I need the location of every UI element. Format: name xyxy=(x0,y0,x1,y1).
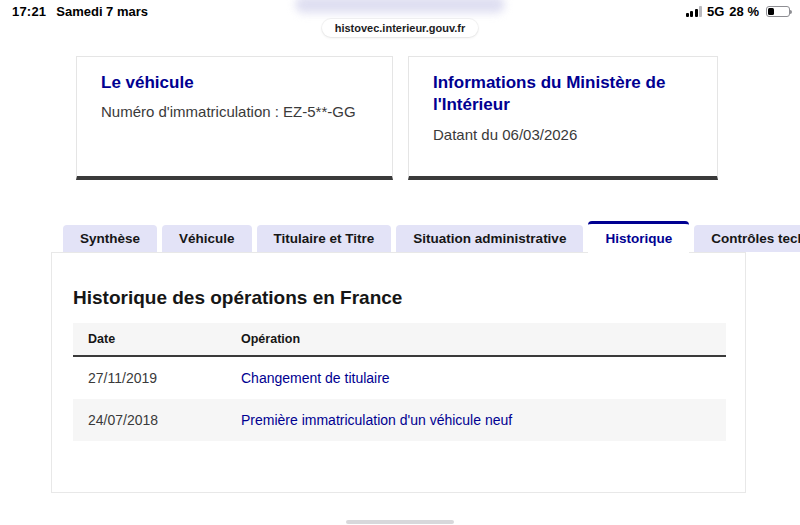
registration-number-text: Numéro d'immatriculation : EZ-5**-GG xyxy=(101,103,368,120)
clock: 17:21 xyxy=(12,4,46,19)
battery-percent-label: 28 % xyxy=(729,4,759,19)
tab-titulaire-et-titre[interactable]: Titulaire et Titre xyxy=(257,225,392,252)
panel-heading: Historique des opérations en France xyxy=(73,287,745,309)
operation-link[interactable]: Changement de titulaire xyxy=(241,370,390,386)
ministry-info-card: Informations du Ministère de l'Intérieur… xyxy=(408,56,718,180)
tab-controles-techniques[interactable]: Contrôles techniques xyxy=(694,225,800,252)
network-type-label: 5G xyxy=(707,4,724,19)
home-indicator[interactable] xyxy=(346,520,454,524)
tab-situation-administrative[interactable]: Situation administrative xyxy=(396,225,583,252)
battery-icon xyxy=(766,6,790,17)
browser-url-bar[interactable]: histovec.interieur.gouv.fr xyxy=(0,19,800,37)
blurred-tab-title xyxy=(295,0,505,13)
vehicle-card-title: Le véhicule xyxy=(101,72,368,94)
ministry-card-title: Informations du Ministère de l'Intérieur xyxy=(433,72,693,117)
operation-link[interactable]: Première immatriculation d'un véhicule n… xyxy=(241,412,512,428)
status-date: Samedi 7 mars xyxy=(56,4,148,19)
tab-vehicule[interactable]: Véhicule xyxy=(162,225,252,252)
table-row: 24/07/2018 Première immatriculation d'un… xyxy=(73,399,726,441)
tab-synthese[interactable]: Synthèse xyxy=(63,225,157,252)
table-header-row: Date Opération xyxy=(73,323,726,357)
cellular-signal-icon xyxy=(686,6,703,17)
historique-panel: Historique des opérations en France Date… xyxy=(51,252,746,493)
tab-historique[interactable]: Historique xyxy=(588,221,689,253)
data-date-text: Datant du 06/03/2026 xyxy=(433,126,693,143)
operation-date: 24/07/2018 xyxy=(73,412,241,428)
column-header-operation: Opération xyxy=(241,332,726,346)
operations-table: Date Opération 27/11/2019 Changement de … xyxy=(73,323,726,441)
report-tab-bar: Synthèse Véhicule Titulaire et Titre Sit… xyxy=(63,221,800,252)
operation-date: 27/11/2019 xyxy=(73,370,241,386)
url-pill[interactable]: histovec.interieur.gouv.fr xyxy=(322,19,479,37)
vehicle-card: Le véhicule Numéro d'immatriculation : E… xyxy=(76,56,393,180)
table-row: 27/11/2019 Changement de titulaire xyxy=(73,357,726,399)
status-bar: 17:21 Samedi 7 mars 5G 28 % xyxy=(0,0,800,20)
column-header-date: Date xyxy=(73,332,241,346)
